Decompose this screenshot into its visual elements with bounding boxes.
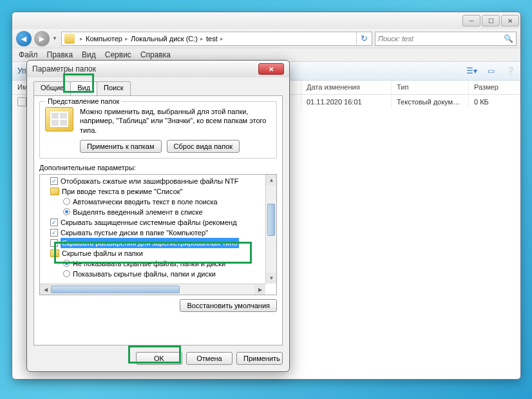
menu-view[interactable]: Вид (82, 50, 96, 59)
search-input[interactable] (378, 35, 504, 43)
preview-pane-icon[interactable]: ▭ (486, 66, 496, 76)
nav-row: ◄ ► ▼ ▸ Компьютер ▸ Локальный диск (C:) … (12, 29, 520, 48)
scrollbar-vertical[interactable]: ▲ ▼ (265, 175, 276, 284)
menu-service[interactable]: Сервис (105, 50, 131, 59)
col-date[interactable]: Дата изменения (301, 81, 392, 94)
radio-icon[interactable] (63, 270, 70, 277)
radio-icon[interactable] (63, 260, 70, 267)
close-button[interactable]: ✕ (501, 15, 519, 26)
radio-icon[interactable] (63, 208, 70, 215)
back-button[interactable]: ◄ (16, 31, 32, 46)
ok-button[interactable]: OK (136, 352, 182, 365)
scrollbar-horizontal[interactable]: ◀ ▶ (40, 284, 265, 295)
menu-file[interactable]: Файл (19, 50, 38, 59)
folder-view-icon (45, 107, 73, 131)
checkbox-icon[interactable]: ✓ (50, 219, 58, 226)
refresh-icon[interactable]: ↻ (356, 32, 372, 46)
forward-button[interactable]: ► (34, 31, 50, 46)
file-date: 01.11.2020 16:01 (301, 95, 392, 108)
menubar: Файл Правка Вид Сервис Справка (12, 48, 520, 61)
checkbox-icon[interactable]: ✓ (50, 177, 58, 185)
advanced-tree: ✓Отображать сжатые или зашифрованные фай… (39, 174, 277, 295)
col-size[interactable]: Размер (469, 81, 520, 94)
scroll-thumb[interactable] (267, 204, 275, 236)
folder-icon (50, 188, 59, 195)
group-text: Можно применить вид, выбранный для этой … (80, 107, 271, 135)
scroll-right-icon[interactable]: ▶ (254, 284, 265, 295)
scroll-down-icon[interactable]: ▼ (266, 273, 277, 284)
view-mode-icon[interactable]: ☰▾ (466, 66, 477, 76)
apply-button[interactable]: Применить (236, 352, 283, 365)
advanced-label: Дополнительные параметры: (39, 164, 277, 171)
breadcrumb-computer[interactable]: Компьютер (86, 35, 122, 43)
tabs: Общие Вид Поиск (33, 81, 283, 95)
breadcrumb-disk[interactable]: Локальный диск (C:) (131, 35, 198, 43)
dialog-footer: OK Отмена Применить (33, 352, 283, 365)
dialog-close-button[interactable]: ✕ (258, 63, 284, 75)
tab-panel: Представление папок Можно применить вид,… (33, 95, 283, 345)
file-size: 0 КБ (469, 95, 520, 108)
scroll-up-icon[interactable]: ▲ (266, 175, 277, 186)
folder-icon (50, 249, 59, 257)
scroll-left-icon[interactable]: ◀ (40, 284, 51, 295)
folder-icon (64, 34, 75, 44)
minimize-button[interactable]: ─ (462, 15, 480, 26)
tree-item[interactable]: При вводе текста в режиме "Список" (41, 186, 275, 197)
tab-view[interactable]: Вид (70, 81, 97, 95)
tree-item[interactable]: Показывать скрытые файлы, папки и диски (41, 269, 275, 279)
text-file-icon (17, 97, 26, 106)
tree-item[interactable]: ✓Скрывать пустые диски в папке "Компьюте… (41, 228, 275, 238)
tree-item[interactable]: Скрытые файлы и папки (41, 248, 275, 258)
dialog-titlebar: Параметры папок ✕ (27, 61, 289, 77)
breadcrumb-folder[interactable]: test (206, 35, 218, 43)
breadcrumb[interactable]: ▸ Компьютер ▸ Локальный диск (C:) ▸ test… (61, 32, 372, 46)
group-label: Представление папок (45, 97, 122, 105)
maximize-button[interactable]: ☐ (482, 15, 500, 26)
folder-options-dialog: Параметры папок ✕ Общие Вид Поиск Предст… (26, 60, 290, 372)
col-type[interactable]: Тип (392, 81, 469, 94)
tab-general[interactable]: Общие (33, 81, 71, 95)
tab-search[interactable]: Поиск (97, 81, 130, 95)
reset-folders-button[interactable]: Сброс вида папок (167, 140, 240, 153)
restore-defaults-button[interactable]: Восстановить умолчания (180, 299, 277, 312)
search-icon: 🔍 (504, 34, 513, 43)
checkbox-icon[interactable]: ✓ (50, 229, 58, 237)
folder-view-group: Представление папок Можно применить вид,… (39, 101, 277, 159)
menu-edit[interactable]: Правка (47, 50, 73, 59)
tree-item[interactable]: ✓Отображать сжатые или зашифрованные фай… (41, 176, 275, 186)
tree-item[interactable]: ✓Скрывать защищенные системные файлы (ре… (41, 217, 275, 228)
tree-item[interactable]: Выделять введенный элемент в списке (41, 207, 275, 217)
tree-item[interactable]: Автоматически вводить текст в поле поиск… (41, 197, 275, 207)
search-box[interactable]: 🔍 (375, 32, 517, 46)
tree-item-hide-extensions[interactable]: Скрывать расширения для зарегистрированн… (41, 238, 275, 248)
help-icon[interactable]: ❔ (505, 66, 515, 76)
titlebar: ─ ☐ ✕ (12, 12, 520, 29)
history-dropdown-icon[interactable]: ▼ (52, 35, 59, 41)
dialog-title: Параметры папок (32, 64, 96, 73)
scroll-thumb[interactable] (51, 286, 180, 293)
menu-help[interactable]: Справка (140, 50, 171, 59)
radio-icon[interactable] (63, 198, 70, 205)
cancel-button[interactable]: Отмена (186, 352, 233, 365)
apply-to-folders-button[interactable]: Применить к папкам (80, 140, 162, 153)
file-type: Текстовый докум… (392, 95, 469, 108)
tree-item[interactable]: Не показывать скрытые файлы, папки и дис… (41, 258, 275, 269)
checkbox-icon[interactable] (50, 239, 58, 247)
